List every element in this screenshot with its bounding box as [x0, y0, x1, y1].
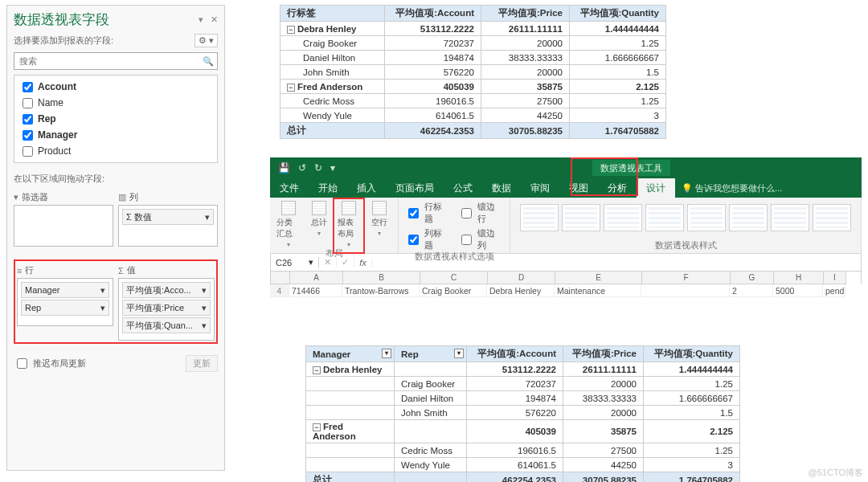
tell-me[interactable]: 💡 告诉我您想要做什么... [682, 182, 782, 194]
field-chip[interactable]: Manager▾ [21, 282, 109, 298]
field-checklist[interactable]: AccountNameRepManagerProduct [14, 75, 218, 163]
cell[interactable]: Maintenance [555, 284, 641, 297]
cell[interactable]: Trantow-Barrows [342, 284, 420, 297]
style-swatch[interactable] [520, 204, 559, 231]
pivot-row[interactable]: John Smith576220200001.5 [280, 65, 666, 80]
field-search[interactable]: 🔍 [14, 52, 218, 70]
pivot-row[interactable]: −Debra Henley513112.222226111.111111.444… [280, 22, 666, 36]
pivot-header[interactable]: 行标签 [280, 6, 385, 22]
collapse-icon[interactable]: − [313, 423, 321, 431]
chevron-down-icon[interactable]: ▾ [454, 349, 464, 358]
pivot-header[interactable]: 平均值项:Account [467, 346, 563, 362]
check-镶边列[interactable]: 镶边列 [458, 227, 503, 251]
pivot-header[interactable]: 平均值项:Price [481, 6, 570, 22]
pivot-row[interactable]: Craig Booker720237200001.25 [306, 377, 740, 391]
area-filters-box[interactable] [14, 205, 113, 247]
pivot-header[interactable]: Rep▾ [395, 346, 467, 362]
pivot-header[interactable]: 平均值项:Quantity [570, 6, 666, 22]
field-product[interactable]: Product [19, 143, 212, 159]
pivot-row[interactable]: Daniel Hilton19487438333.333331.66666666… [280, 51, 666, 65]
pivot-header[interactable]: 平均值项:Account [385, 6, 481, 22]
col-header-A[interactable]: A [290, 272, 343, 284]
name-box[interactable]: C26▾ [271, 257, 319, 268]
field-manager[interactable]: Manager [19, 127, 212, 143]
pivot-header[interactable]: 平均值项:Price [563, 346, 644, 362]
enter-formula-icon[interactable]: ✓ [337, 257, 354, 268]
chevron-down-icon[interactable]: ▾ [100, 303, 105, 313]
col-header-G[interactable]: G [731, 272, 774, 284]
cell[interactable]: pending [823, 284, 845, 297]
ribbon-btn-总计[interactable]: 总计▾ [307, 201, 331, 248]
area-values-box[interactable]: 平均值项:Acco...▾平均值项:Price▾平均值项:Quan...▾ [118, 278, 215, 341]
tab-文件[interactable]: 文件 [270, 178, 309, 198]
cell[interactable]: Craig Booker [420, 284, 487, 297]
style-swatch[interactable] [771, 204, 809, 231]
tab-插入[interactable]: 插入 [347, 178, 386, 198]
field-chip[interactable]: Σ 数值▾ [122, 209, 214, 225]
pivot-header[interactable]: Manager▾ [306, 346, 395, 362]
pivot-row[interactable]: Cedric Moss196016.5275001.25 [306, 443, 740, 458]
search-input[interactable] [18, 55, 203, 67]
qat-more-icon[interactable]: ▾ [330, 162, 335, 174]
chevron-down-icon[interactable]: ▾ [202, 285, 207, 296]
area-rows-box[interactable]: Manager▾Rep▾ [17, 278, 113, 326]
chevron-down-icon[interactable]: ▾ [199, 14, 203, 24]
pivot-row[interactable]: Wendy Yule614061.5442503 [306, 458, 740, 472]
row-header[interactable]: 4 [270, 284, 289, 297]
update-button[interactable]: 更新 [186, 355, 218, 372]
cancel-formula-icon[interactable]: ✕ [319, 257, 337, 268]
cell[interactable]: 5000 [773, 284, 823, 297]
pivot-header[interactable]: 平均值项:Quantity [644, 346, 740, 362]
style-swatch[interactable] [729, 204, 768, 231]
chevron-down-icon[interactable]: ▾ [382, 349, 391, 358]
close-icon[interactable]: ✕ [211, 14, 218, 24]
field-chip[interactable]: Rep▾ [21, 300, 109, 316]
redo-icon[interactable]: ↻ [314, 162, 322, 174]
col-header-H[interactable]: H [774, 272, 824, 284]
pivot-row[interactable]: −Fred Anderson405039358752.125 [280, 80, 666, 94]
style-gallery[interactable] [517, 201, 854, 235]
field-chip[interactable]: 平均值项:Price▾ [122, 300, 211, 316]
tab-数据[interactable]: 数据 [482, 178, 521, 198]
field-name[interactable]: Name [19, 95, 212, 111]
style-swatch[interactable] [604, 204, 642, 231]
col-header-D[interactable]: D [488, 272, 555, 284]
pivot-row[interactable]: Craig Booker720237200001.25 [280, 36, 666, 51]
field-chip[interactable]: 平均值项:Acco...▾ [122, 282, 211, 298]
col-header-I[interactable]: I [824, 272, 846, 284]
style-swatch[interactable] [645, 204, 684, 231]
check-镶边行[interactable]: 镶边行 [458, 201, 503, 225]
pivot-row[interactable]: Daniel Hilton19487438333.333331.66666666… [306, 391, 740, 406]
ribbon-btn-分类汇总[interactable]: 分类汇总▾ [276, 201, 301, 248]
ribbon-btn-报表布局[interactable]: 报表布局▾ [338, 201, 362, 248]
col-header-F[interactable]: F [642, 272, 731, 284]
fx-icon[interactable]: fx [354, 258, 372, 268]
pivot-row[interactable]: −Fred Anderson405039358752.125 [306, 420, 740, 443]
defer-layout-checkbox[interactable]: 推迟布局更新 [14, 356, 86, 371]
cell[interactable]: 714466 [289, 284, 342, 297]
check-行标题[interactable]: 行标题 [405, 201, 450, 225]
tab-开始[interactable]: 开始 [309, 178, 347, 198]
collapse-icon[interactable]: − [287, 26, 295, 34]
col-header-B[interactable]: B [343, 272, 420, 284]
tab-页面布局[interactable]: 页面布局 [386, 178, 444, 198]
style-swatch[interactable] [813, 204, 851, 231]
select-all-corner[interactable] [271, 272, 290, 284]
tab-设计[interactable]: 设计 [637, 178, 675, 198]
gear-icon[interactable]: ⚙ ▾ [194, 34, 218, 47]
field-account[interactable]: Account [19, 79, 212, 95]
tab-公式[interactable]: 公式 [444, 178, 482, 198]
pivot-row[interactable]: Cedric Moss196016.5275001.25 [280, 94, 666, 108]
save-icon[interactable]: 💾 [278, 162, 290, 174]
cell[interactable]: Debra Henley [487, 284, 555, 297]
chevron-down-icon[interactable]: ▾ [202, 303, 207, 313]
collapse-icon[interactable]: − [313, 366, 321, 374]
tab-审阅[interactable]: 审阅 [521, 178, 559, 198]
pivot-row[interactable]: −Debra Henley513112.222226111.111111.444… [306, 362, 740, 377]
style-swatch[interactable] [562, 204, 600, 231]
area-columns-box[interactable]: Σ 数值▾ [118, 205, 218, 247]
cell[interactable] [641, 284, 730, 297]
style-swatch[interactable] [687, 204, 726, 231]
field-chip[interactable]: 平均值项:Quan...▾ [122, 317, 211, 333]
col-header-C[interactable]: C [420, 272, 488, 284]
